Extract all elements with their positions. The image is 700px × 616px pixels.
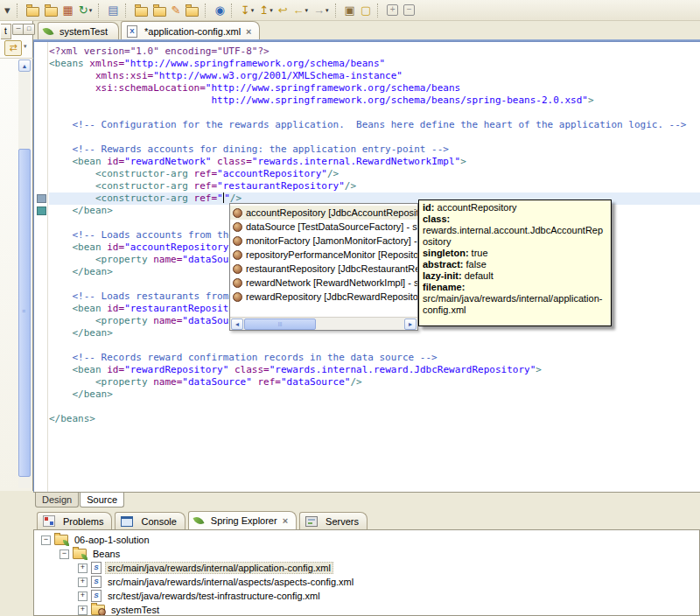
close-icon[interactable]: ×: [246, 26, 251, 37]
code-line[interactable]: </bean>: [49, 388, 700, 401]
code-line[interactable]: <!-- Configuration for the rewards appli…: [49, 119, 700, 131]
tooltip-field-id: id: accountRepository: [423, 202, 607, 214]
refresh-icon[interactable]: ↻▾: [77, 2, 94, 19]
completion-item[interactable]: rewardRepository [JdbcRewardRepository] …: [230, 290, 417, 304]
paintbrush-icon[interactable]: ✎: [170, 2, 183, 19]
tooltip-field-lazy-init: lazy-init: default: [423, 270, 607, 282]
view-tab-servers[interactable]: Servers: [299, 512, 368, 529]
code-line[interactable]: <!-- Rewards accounts for dining: the ap…: [49, 144, 700, 156]
expand-icon[interactable]: +: [78, 592, 88, 601]
open-folder-icon-3[interactable]: [184, 2, 200, 19]
view-tab-problems[interactable]: Problems: [37, 512, 112, 529]
view-tab-label: Spring Explorer: [211, 515, 277, 526]
package-grid-icon[interactable]: ▦: [61, 2, 75, 19]
open-folder-icon-2[interactable]: [151, 2, 168, 19]
view-tab-console[interactable]: Console: [115, 512, 185, 529]
tooltip-field-label: class:: [423, 214, 450, 224]
code-line[interactable]: [49, 340, 700, 352]
tree-item-beans[interactable]: −Beans: [34, 547, 699, 561]
web-browser-icon[interactable]: ◉: [213, 2, 226, 19]
last-edit-location-icon[interactable]: ↩: [276, 2, 290, 19]
tree-item-src-main-java-rewards-internal-aspects-aspects-config-xml[interactable]: +Ssrc/main/java/rewards/internal/aspects…: [34, 575, 699, 589]
scroll-left-icon[interactable]: ◂: [231, 318, 243, 330]
properties-table-icon[interactable]: ▤: [106, 2, 120, 19]
spring-explorer-tree[interactable]: −06-aop-1-solution−Beans+Ssrc/main/java/…: [33, 529, 700, 616]
toolbar-separator: [205, 4, 208, 18]
view-menu-caret-icon[interactable]: ▾: [24, 43, 27, 50]
expand-icon[interactable]: +: [78, 564, 88, 573]
dropdown-caret-icon[interactable]: ▾: [251, 7, 255, 14]
collapse-icon[interactable]: −: [41, 536, 51, 545]
tree-item-06-aop-1-solution[interactable]: −06-aop-1-solution: [34, 533, 699, 547]
code-line[interactable]: <constructor-arg ref="restaurantReposito…: [49, 180, 700, 192]
completion-item[interactable]: accountRepository [JdbcAccountRepository…: [230, 206, 417, 220]
code-line[interactable]: <bean id="rewardRepository" class="rewar…: [49, 364, 700, 376]
completion-item[interactable]: monitorFactory [JamonMonitorFactory] - s…: [230, 234, 417, 248]
import-wizard-folder-icon[interactable]: [43, 2, 60, 19]
forward-icon[interactable]: →▾: [312, 2, 331, 19]
expand-all-icon[interactable]: +: [385, 2, 400, 19]
export-doc-icon[interactable]: ↥▾: [257, 2, 274, 19]
dropdown-caret-icon[interactable]: ▾: [270, 7, 273, 14]
dropdown-caret-icon[interactable]: ▾: [326, 7, 329, 14]
tree-item-src-test-java-rewards-test-infrastructure-config-xml[interactable]: +Ssrc/test/java/rewards/test-infrastruct…: [34, 589, 699, 603]
class-file-icon[interactable]: ▢: [359, 2, 373, 19]
tree-item-src-main-java-rewards-internal-application-config-xml[interactable]: +Ssrc/main/java/rewards/internal/applica…: [34, 561, 699, 575]
code-line[interactable]: [49, 107, 700, 119]
beans-config-icon: S: [91, 576, 102, 588]
tooltip-field-label: filename:: [423, 282, 465, 292]
link-with-editor-icon[interactable]: ⇄: [4, 40, 22, 56]
page-tab-source[interactable]: Source: [80, 493, 124, 508]
editor-tab-application-config-xml[interactable]: X*application-config.xml×: [121, 21, 260, 40]
completion-item[interactable]: dataSource [TestDataSourceFactory] - src…: [230, 220, 417, 234]
tree-item-systemtest[interactable]: +systemTest: [34, 603, 699, 616]
bean-icon: [233, 208, 242, 218]
close-icon[interactable]: ×: [283, 515, 288, 526]
code-line[interactable]: [49, 401, 700, 413]
refresh-icon-glyph: ↻: [79, 4, 88, 17]
overflow-caret-icon[interactable]: ▾: [3, 2, 12, 19]
code-line[interactable]: <constructor-arg ref="accountRepository"…: [49, 168, 700, 180]
code-line[interactable]: <?xml version="1.0" encoding="UTF-8"?>: [49, 46, 700, 58]
code-line[interactable]: <beans xmlns="http://www.springframework…: [49, 58, 700, 70]
popup-scroll-thumb[interactable]: [244, 318, 316, 330]
scrollbar-thumb[interactable]: ≡: [18, 149, 31, 477]
code-line[interactable]: </beans>: [49, 413, 700, 425]
spring-leaf-icon: [192, 515, 204, 527]
view-tab-spring-explorer[interactable]: Spring Explorer×: [188, 511, 297, 529]
new-wizard-folder-icon[interactable]: [24, 2, 41, 19]
page-tab-design[interactable]: Design: [35, 493, 79, 508]
gutter-marker: [37, 206, 46, 215]
expand-icon[interactable]: +: [78, 606, 88, 615]
editor-gutter[interactable]: [34, 42, 48, 492]
jar-icon[interactable]: ▣: [343, 2, 357, 19]
collapse-all-icon[interactable]: −: [402, 2, 416, 19]
open-folder-icon-1[interactable]: [133, 2, 150, 19]
expand-icon[interactable]: +: [78, 578, 88, 587]
scroll-right-icon[interactable]: ▸: [404, 318, 416, 330]
tree-item-label: systemTest: [108, 604, 162, 616]
left-panel-tab-fragment[interactable]: t: [1, 24, 11, 39]
scroll-up-icon[interactable]: ▲: [18, 60, 31, 72]
code-line[interactable]: <bean id="rewardNetwork" class="rewards.…: [49, 156, 700, 168]
completion-item[interactable]: restaurantRepository [JdbcRestaurantRepo…: [230, 262, 417, 276]
open-folder-icon-3-glyph: [186, 7, 199, 17]
dropdown-caret-icon[interactable]: ▾: [89, 7, 93, 14]
import-doc-icon[interactable]: ↧▾: [239, 2, 256, 19]
code-line[interactable]: xsi:schemaLocation="http://www.springfra…: [49, 82, 700, 94]
popup-hscrollbar[interactable]: ◂ ▸: [230, 317, 417, 330]
code-line[interactable]: http://www.springframework.org/schema/be…: [49, 94, 700, 107]
code-line[interactable]: <property name="dataSource" ref="dataSou…: [49, 376, 700, 388]
code-line[interactable]: xmlns:xsi="http://www.w3.org/2001/XMLSch…: [49, 70, 700, 82]
bean-icon: [233, 278, 242, 288]
overflow-caret-icon-glyph: ▾: [4, 4, 10, 17]
back-icon[interactable]: ←▾: [291, 2, 311, 19]
completion-item[interactable]: repositoryPerformanceMonitor [Repository…: [230, 248, 417, 262]
editor-tab-systemtest[interactable]: systemTest: [38, 22, 119, 40]
code-line[interactable]: [49, 131, 700, 144]
collapse-icon[interactable]: −: [60, 550, 69, 559]
dropdown-caret-icon[interactable]: ▾: [305, 7, 309, 14]
code-line[interactable]: <!-- Records reward confirmation records…: [49, 352, 700, 364]
completion-item[interactable]: rewardNetwork [RewardNetworkImpl] - src/…: [230, 276, 417, 290]
left-panel-scrollbar[interactable]: ▲ ≡: [18, 60, 31, 488]
